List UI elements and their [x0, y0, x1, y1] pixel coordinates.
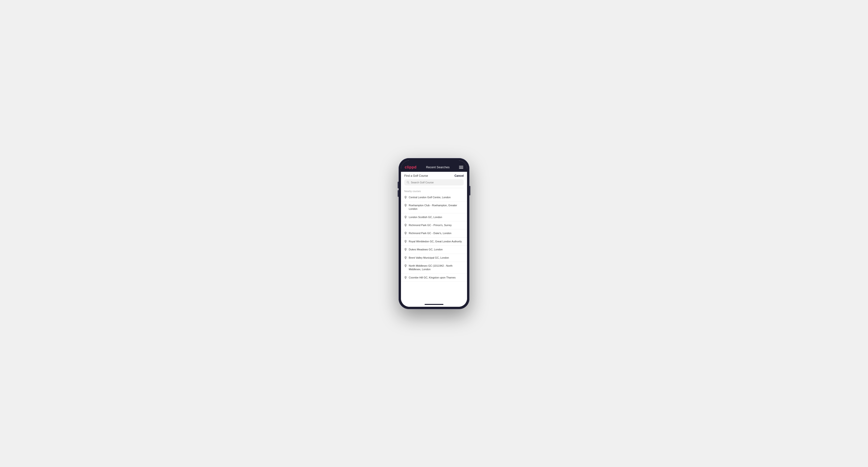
course-name: Roehampton Club - Roehampton, Greater Lo…: [409, 204, 464, 211]
list-item[interactable]: Royal Wimbledon GC, Great London Authori…: [401, 238, 467, 246]
location-pin-icon: [404, 232, 407, 235]
power-button[interactable]: [469, 186, 470, 195]
volume-up-button[interactable]: [398, 182, 399, 188]
location-pin-icon: [404, 256, 407, 259]
course-name: Richmond Park GC - Prince's, Surrey: [409, 223, 452, 227]
search-input[interactable]: [411, 181, 461, 184]
list-item[interactable]: Dukes Meadows GC, London: [401, 246, 467, 254]
home-indicator: [401, 303, 467, 307]
course-name: Royal Wimbledon GC, Great London Authori…: [409, 240, 462, 243]
list-item[interactable]: Richmond Park GC - Prince's, Surrey: [401, 221, 467, 229]
menu-icon[interactable]: [459, 166, 463, 169]
location-pin-icon: [404, 196, 407, 199]
svg-line-1: [408, 183, 409, 183]
course-name: North Middlesex GC (1011942 - North Midd…: [409, 264, 464, 271]
status-bar: [401, 160, 467, 163]
find-golf-course-title: Find a Golf Course: [404, 174, 428, 178]
search-container: [401, 179, 467, 188]
list-item[interactable]: North Middlesex GC (1011942 - North Midd…: [401, 262, 467, 274]
list-item[interactable]: Roehampton Club - Roehampton, Greater Lo…: [401, 201, 467, 213]
course-name: London Scottish GC, London: [409, 215, 442, 219]
location-pin-icon: [404, 264, 407, 268]
list-item[interactable]: Richmond Park GC - Duke's, London: [401, 229, 467, 238]
course-list: Central London Golf Centre, London Roeha…: [401, 193, 467, 282]
list-item[interactable]: London Scottish GC, London: [401, 213, 467, 221]
course-name: Coombe Hill GC, Kingston upon Thames: [409, 276, 456, 279]
location-pin-icon: [404, 276, 407, 279]
course-name: Brent Valley Municipal GC, London: [409, 256, 449, 259]
phone-device: clippd Recent Searches Find a Golf Cours…: [399, 158, 469, 309]
search-icon: [407, 181, 409, 184]
nav-bar: clippd Recent Searches: [401, 163, 467, 172]
nearby-label: Nearby courses: [401, 188, 467, 193]
nearby-section: Nearby courses Central London Golf Centr…: [401, 188, 467, 303]
find-header: Find a Golf Course Cancel: [401, 172, 467, 179]
location-pin-icon: [404, 248, 407, 251]
search-input-wrapper: [404, 179, 464, 185]
volume-down-button[interactable]: [398, 190, 399, 197]
app-logo: clippd: [405, 165, 416, 169]
nav-title: Recent Searches: [426, 165, 450, 169]
location-pin-icon: [404, 240, 407, 243]
list-item[interactable]: Central London Golf Centre, London: [401, 193, 467, 201]
content-area: Find a Golf Course Cancel Nearby courses: [401, 172, 467, 307]
list-item[interactable]: Brent Valley Municipal GC, London: [401, 254, 467, 262]
cancel-button[interactable]: Cancel: [455, 174, 464, 178]
course-name: Richmond Park GC - Duke's, London: [409, 231, 452, 235]
list-item[interactable]: Coombe Hill GC, Kingston upon Thames: [401, 274, 467, 282]
course-name: Dukes Meadows GC, London: [409, 248, 443, 251]
home-bar: [425, 304, 443, 305]
phone-screen: clippd Recent Searches Find a Golf Cours…: [401, 160, 467, 307]
location-pin-icon: [404, 204, 407, 207]
course-name: Central London Golf Centre, London: [409, 196, 451, 199]
location-pin-icon: [404, 216, 407, 219]
location-pin-icon: [404, 224, 407, 227]
